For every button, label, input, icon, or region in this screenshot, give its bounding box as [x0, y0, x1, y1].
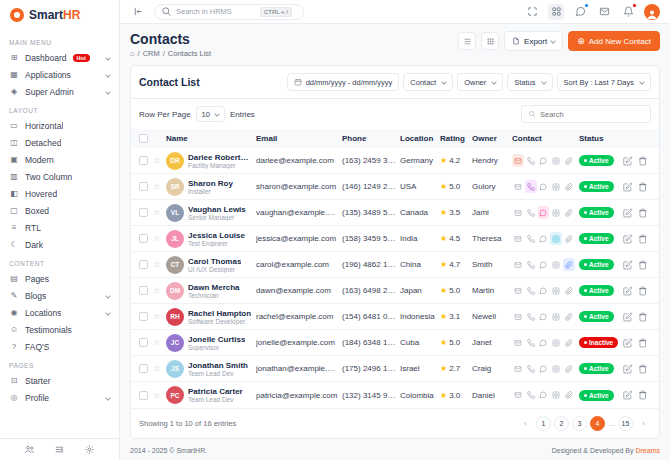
phone-icon[interactable]: [525, 284, 537, 297]
cell-name[interactable]: Carol Thomas: [188, 257, 241, 266]
message-icon[interactable]: [538, 310, 550, 323]
phone-icon[interactable]: [525, 336, 537, 349]
attachment-icon[interactable]: [563, 310, 575, 323]
email-icon[interactable]: [512, 362, 524, 375]
chat-square-icon[interactable]: [550, 180, 562, 193]
phone-icon[interactable]: [525, 206, 537, 219]
attachment-icon[interactable]: [563, 362, 575, 375]
delete-icon[interactable]: [638, 338, 648, 348]
row-checkbox[interactable]: [139, 338, 148, 347]
table-search-input[interactable]: [540, 110, 640, 119]
sidebar-item-locations[interactable]: ◉ Locations: [9, 304, 110, 321]
email-icon[interactable]: [512, 154, 524, 167]
email-icon[interactable]: [512, 310, 524, 323]
delete-icon[interactable]: [638, 390, 648, 400]
edit-icon[interactable]: [623, 182, 633, 192]
sidebar-collapse-icon[interactable]: [130, 4, 146, 20]
sidebar-item-applications[interactable]: ▦ Applications: [9, 66, 110, 83]
sidebar-item-rtl[interactable]: ≡ RTL: [9, 219, 110, 236]
message-icon[interactable]: [538, 284, 550, 297]
email-icon[interactable]: [512, 232, 524, 245]
cell-name[interactable]: Jonelle Curtiss: [188, 335, 245, 344]
row-checkbox[interactable]: [139, 312, 148, 321]
breadcrumb-crm[interactable]: CRM: [143, 49, 160, 58]
row-checkbox[interactable]: [139, 208, 148, 217]
attachment-icon[interactable]: [563, 284, 575, 297]
list-view-button[interactable]: [458, 32, 476, 50]
global-search[interactable]: CTRL + /: [154, 4, 304, 20]
message-icon[interactable]: [538, 362, 550, 375]
cell-name[interactable]: Darlee Robertson: [188, 153, 252, 162]
row-checkbox[interactable]: [139, 391, 148, 400]
favorite-star-icon[interactable]: ☆: [153, 156, 166, 165]
date-range-picker[interactable]: dd/mm/yyyy - dd/mm/yyyy: [287, 73, 400, 91]
column-phone[interactable]: Phone: [342, 134, 400, 143]
home-icon[interactable]: ⌂: [130, 49, 135, 58]
edit-icon[interactable]: [623, 338, 633, 348]
email-icon[interactable]: [512, 180, 524, 193]
phone-icon[interactable]: [525, 232, 537, 245]
phone-icon[interactable]: [525, 310, 537, 323]
favorite-star-icon[interactable]: ☆: [153, 182, 166, 191]
favorite-star-icon[interactable]: ☆: [153, 234, 166, 243]
gear-icon[interactable]: [82, 442, 98, 458]
pagination-prev[interactable]: ‹: [518, 416, 533, 431]
attachment-icon[interactable]: [563, 206, 575, 219]
status-filter-dropdown[interactable]: Status: [507, 73, 552, 91]
chat-square-icon[interactable]: [550, 232, 562, 245]
row-checkbox[interactable]: [139, 156, 148, 165]
message-icon[interactable]: [538, 232, 550, 245]
edit-icon[interactable]: [623, 286, 633, 296]
attachment-icon[interactable]: [563, 389, 575, 402]
cell-name[interactable]: Vaughan Lewis: [188, 205, 246, 214]
cell-name[interactable]: Dawn Mercha: [188, 283, 240, 292]
table-row[interactable]: ☆ DM Dawn Mercha Technician dawn@example…: [131, 278, 659, 304]
email-icon[interactable]: [512, 258, 524, 271]
cell-name[interactable]: Jessica Louise: [188, 231, 245, 240]
attachment-icon[interactable]: [563, 232, 575, 245]
sidebar-item-hovered[interactable]: ◧ Hovered: [9, 185, 110, 202]
favorite-star-icon[interactable]: ☆: [153, 286, 166, 295]
phone-icon[interactable]: [525, 389, 537, 402]
favorite-star-icon[interactable]: ☆: [153, 260, 166, 269]
phone-icon[interactable]: [525, 362, 537, 375]
chat-square-icon[interactable]: [550, 154, 562, 167]
user-avatar[interactable]: [644, 4, 660, 20]
phone-icon[interactable]: [525, 154, 537, 167]
row-checkbox[interactable]: [139, 260, 148, 269]
edit-icon[interactable]: [623, 260, 633, 270]
pagination-page-15[interactable]: 15: [618, 416, 633, 431]
pagination-page-3[interactable]: 3: [572, 416, 587, 431]
sort-by-dropdown[interactable]: Sort By : Last 7 Days: [557, 73, 651, 91]
sidebar-item-dark[interactable]: ☾ Dark: [9, 236, 110, 253]
row-checkbox[interactable]: [139, 234, 148, 243]
message-icon[interactable]: [538, 206, 550, 219]
chat-square-icon[interactable]: [550, 389, 562, 402]
bell-icon[interactable]: [620, 4, 636, 20]
brand-logo[interactable]: SmartHR: [0, 0, 119, 30]
pagination-next[interactable]: ›: [636, 416, 651, 431]
email-icon[interactable]: [512, 336, 524, 349]
export-button[interactable]: Export: [504, 31, 563, 51]
list-settings-icon[interactable]: [51, 442, 67, 458]
sidebar-item-detached[interactable]: ◫ Detached: [9, 134, 110, 151]
table-row[interactable]: ☆ DR Darlee Robertson Facility Manager d…: [131, 148, 659, 174]
email-icon[interactable]: [512, 206, 524, 219]
cell-name[interactable]: Sharon Roy: [188, 179, 233, 188]
favorite-star-icon[interactable]: ☆: [153, 391, 166, 400]
message-icon[interactable]: [538, 154, 550, 167]
fullscreen-icon[interactable]: [524, 4, 540, 20]
chat-square-icon[interactable]: [550, 284, 562, 297]
message-icon[interactable]: [538, 389, 550, 402]
table-row[interactable]: ☆ JC Jonelle Curtiss Supervisor jonelle@…: [131, 330, 659, 356]
table-row[interactable]: ☆ RH Rachel Hampton Software Developer r…: [131, 304, 659, 330]
sidebar-item-blogs[interactable]: ✎ Blogs: [9, 287, 110, 304]
table-row[interactable]: ☆ CT Carol Thomas UI /UX Designer carol@…: [131, 252, 659, 278]
sidebar-item-testimonials[interactable]: ☺ Testimonials: [9, 321, 110, 338]
delete-icon[interactable]: [638, 260, 648, 270]
delete-icon[interactable]: [638, 234, 648, 244]
attachment-icon[interactable]: [563, 258, 575, 271]
sidebar-item-profile[interactable]: ◎ Profile: [9, 389, 110, 406]
column-rating[interactable]: Rating: [440, 134, 472, 143]
table-row[interactable]: ☆ SR Sharon Roy Installer sharon@example…: [131, 174, 659, 200]
